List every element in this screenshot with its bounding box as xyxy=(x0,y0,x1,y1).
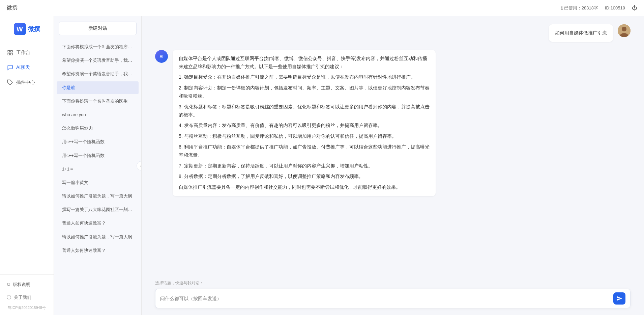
svg-rect-2 xyxy=(11,53,12,55)
ai-paragraph: 6. 利用平台推广功能：自媒体平台都提供了推广功能，如广告投放、付费推广等，可以… xyxy=(179,143,430,159)
info-circle-icon: ⓘ xyxy=(7,294,11,300)
ai-paragraph: 1. 确定目标受众：在开始自媒体推广引流之前，需要明确目标受众是谁，以便在发布内… xyxy=(179,73,430,81)
topbar-right: ℹ 已使用：28318字 ID:100519 ⏻ xyxy=(561,5,637,11)
sidebar-footer: © 版权说明 ⓘ 关于我们 鄂ICP备2022015948号 xyxy=(0,274,54,312)
user-message-row: 如何用自媒体做推广引流 xyxy=(155,24,631,42)
sidebar-item-workbench[interactable]: 工作台 xyxy=(0,45,54,60)
ai-paragraph: 2. 制定内容计划：制定一份详细的内容计划，包括发布时间、频率、主题、文案、图片… xyxy=(179,84,430,100)
chat-messages: 如何用自媒体做推广引流 AI 自媒体平台是个人或团队通过互联网平台(如博客、微博… xyxy=(142,16,644,276)
plugin-icon xyxy=(7,79,13,86)
conversation-item-c11[interactable]: 写一篇小黄文 xyxy=(57,176,139,189)
new-conversation-button[interactable]: 新建对话 xyxy=(59,22,137,35)
grid-icon xyxy=(7,49,13,56)
footer-copyright-label: 版权说明 xyxy=(13,282,30,288)
usage-text: 已使用：28318字 xyxy=(564,5,598,11)
conversation-item-c16[interactable]: 普通人如何快速致富？ xyxy=(57,244,139,257)
conversation-item-c10[interactable]: 1+1＝ xyxy=(57,163,139,176)
user-message-bubble: 如何用自媒体做推广引流 xyxy=(549,24,613,42)
nav-items: 工作台 AI聊天 插件中心 xyxy=(0,45,54,274)
conversation-item-c12[interactable]: 请以如何推广引流为题，写一篇大纲 xyxy=(57,190,139,203)
send-button[interactable] xyxy=(613,292,625,305)
conversation-item-c6[interactable]: who are you xyxy=(57,108,139,121)
ai-paragraph: 5. 与粉丝互动：积极与粉丝互动，回复评论和私信，可以增加用户对你的认可和信任，… xyxy=(179,132,430,140)
svg-rect-0 xyxy=(8,50,9,52)
svg-point-6 xyxy=(622,27,626,31)
ai-avatar: AI xyxy=(155,50,168,63)
conversation-item-c1[interactable]: 下面你将模拟成一个叫圣友的程序员，我说... xyxy=(57,41,139,53)
icp-text: 鄂ICP备2022015948号 xyxy=(0,304,54,312)
conversation-item-c5[interactable]: 下面你将扮演一个名叫圣友的医生 xyxy=(57,95,139,108)
topbar-title: 微撰 xyxy=(7,4,561,11)
conversation-item-c15[interactable]: 请以如何推广引流为题，写一篇大纲 xyxy=(57,231,139,243)
chat-input[interactable] xyxy=(160,296,613,301)
user-message-text: 如何用自媒体做推广引流 xyxy=(555,30,607,35)
user-avatar xyxy=(618,24,631,37)
chat-icon xyxy=(7,64,13,71)
logout-icon[interactable]: ⏻ xyxy=(632,5,637,11)
conv-list: 新建对话 下面你将模拟成一个叫圣友的程序员，我说...希望你扮演一个英语发音助手… xyxy=(54,16,142,315)
topbar: 微撰 ℹ 已使用：28318字 ID:100519 ⏻ xyxy=(0,0,644,16)
svg-rect-3 xyxy=(8,53,9,55)
conversation-items: 下面你将模拟成一个叫圣友的程序员，我说...希望你扮演一个英语发音助手，我提供给… xyxy=(54,38,141,315)
ai-message-row: AI 自媒体平台是个人或团队通过互联网平台(如博客、微博、微信公众号、抖音、快手… xyxy=(155,50,631,196)
conversation-item-c3[interactable]: 希望你扮演一个英语发音助手，我提供给你... xyxy=(57,68,139,80)
footer-item-about[interactable]: ⓘ 关于我们 xyxy=(0,291,54,304)
sidebar-item-ai-chat-label: AI聊天 xyxy=(16,64,30,71)
logo-text: 微撰 xyxy=(28,25,40,33)
ai-paragraph: 4. 发布高质量内容：发布高质量、有价值、有趣的内容可以吸引更多的粉丝，并提高用… xyxy=(179,122,430,130)
logo-area: W 微撰 xyxy=(14,23,40,35)
input-box-wrapper xyxy=(155,289,631,308)
conversation-item-c9[interactable]: 用c++写一个随机函数 xyxy=(57,149,139,162)
sidebar-item-plugin-center[interactable]: 插件中心 xyxy=(0,75,54,90)
sidebar: W 微撰 工作台 AI聊天 插件中心 xyxy=(0,16,54,315)
topbar-id: ID:100519 xyxy=(605,5,625,10)
conversation-item-c8[interactable]: 用c++写一个随机函数 xyxy=(57,135,139,148)
sidebar-item-ai-chat[interactable]: AI聊天 xyxy=(0,60,54,75)
sidebar-item-workbench-label: 工作台 xyxy=(16,50,30,56)
logo-icon: W xyxy=(14,23,26,35)
footer-item-copyright[interactable]: © 版权说明 xyxy=(0,278,54,291)
footer-about-label: 关于我们 xyxy=(14,294,31,300)
ai-message-bubble: 自媒体平台是个人或团队通过互联网平台(如博客、微博、微信公众号、抖音、快手等)发… xyxy=(173,50,436,196)
quick-topics-label: 选择话题，快速与我对话： xyxy=(155,280,631,286)
topbar-usage: ℹ 已使用：28318字 xyxy=(561,5,598,11)
chat-area: 如何用自媒体做推广引流 AI 自媒体平台是个人或团队通过互联网平台(如博客、微博… xyxy=(142,16,644,315)
sidebar-item-plugin-center-label: 插件中心 xyxy=(16,79,35,85)
svg-rect-1 xyxy=(11,50,12,52)
chat-input-area: 选择话题，快速与我对话： xyxy=(142,276,644,315)
conversation-item-c4[interactable]: 你是谁 xyxy=(57,81,139,94)
main-layout: W 微撰 工作台 AI聊天 插件中心 xyxy=(0,16,644,315)
conversation-item-c2[interactable]: 希望你扮演一个英语发音助手，我提供给你... xyxy=(57,54,139,67)
conversation-item-c7[interactable]: 怎么做狗屎炒肉 xyxy=(57,122,139,135)
conversation-item-c14[interactable]: 普通人如何快速致富？ xyxy=(57,217,139,230)
conversation-item-c13[interactable]: 撰写一篇关于八大家花园社区一刻钟便民生... xyxy=(57,203,139,216)
ai-paragraph: 自媒体平台是个人或团队通过互联网平台(如博客、微博、微信公众号、抖音、快手等)发… xyxy=(179,55,430,71)
ai-paragraph: 3. 优化标题和标签：标题和标签是吸引粉丝的重要因素。优化标题和标签可以让更多的… xyxy=(179,103,430,119)
ai-paragraph: 8. 分析数据：定期分析数据，了解用户反馈和喜好，以便调整推广策略和内容发布频率… xyxy=(179,173,430,181)
ai-paragraph: 7. 定期更新：定期更新内容，保持活跃度，可以让用户对你的内容产生兴趣，增加用户… xyxy=(179,162,430,170)
info-icon: ℹ xyxy=(561,5,563,11)
copyright-icon: © xyxy=(7,282,10,287)
ai-paragraph: 自媒体推广引流需要具备一定的内容创作和社交能力，同时也需要不断尝试和优化，才能取… xyxy=(179,183,430,191)
